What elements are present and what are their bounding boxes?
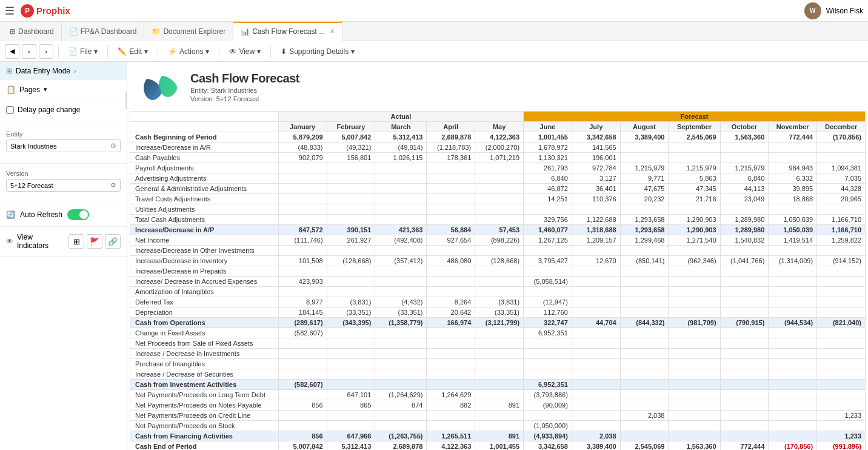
tab-document-explorer[interactable]: 📁 Document Explorer [144,22,233,41]
version-input[interactable]: 5+12 Forecast ⚙ [6,179,121,192]
nav-next-button[interactable]: › [39,44,53,59]
flag-indicator-icon[interactable]: 🚩 [87,234,102,249]
table-row: General & Administrative Adjustments46,8… [130,184,866,194]
cell-value: 486,080 [427,256,475,266]
tab-cashflow[interactable]: 📊 Cash Flow Forecast ... ✕ [233,22,342,41]
cell-value [475,369,524,380]
cell-value: 6,332 [769,173,817,184]
row-label: Net Payments/Proceeds on Long Term Debt [130,390,279,400]
cell-value: 3,127 [572,173,620,184]
menu-button[interactable]: ☰ [5,4,15,18]
nav-back-button[interactable]: ◀ [5,44,19,59]
cell-value [427,359,475,369]
cell-value [817,204,866,215]
table-row: Travel Costs Adjustments14,251110,37620,… [130,194,866,204]
cell-value [375,359,427,369]
delay-checkbox[interactable] [6,106,14,114]
cell-value: (12,947) [524,297,572,307]
entity-gear-icon[interactable]: ⚙ [110,142,116,150]
file-button[interactable]: 📄 File ▾ [64,45,102,58]
link-indicator-icon[interactable]: 🔗 [105,234,121,249]
cell-value [375,338,427,349]
tab-dashboard[interactable]: ⊞ Dashboard [2,22,62,41]
actual-header: Actual [278,112,523,122]
cell-value: 39,895 [769,184,817,194]
tab-close-button[interactable]: ✕ [330,28,335,35]
cell-value [524,204,572,215]
auto-refresh-icon: 🔄 [6,210,15,219]
edit-icon: ✏️ [118,47,127,56]
cell-value: (33,351) [475,307,524,318]
table-row: Increase/Decrease in Inventory101,508(12… [130,256,866,266]
cell-value: 1,071,219 [475,153,524,163]
cell-value [720,287,769,297]
cell-value [278,184,327,194]
cell-value [817,349,866,359]
cell-value [327,369,375,380]
nav-prev-button[interactable]: ‹ [22,44,36,59]
cell-value [720,369,769,380]
cell-value [475,390,524,400]
cell-value: 1,563,360 [720,132,769,143]
table-row: Increase/Decrease in A/R(48,833)(49,321)… [130,143,866,153]
cell-value: 1,299,468 [620,235,669,246]
cell-value [327,215,375,225]
cell-value: 23,049 [720,194,769,204]
auto-refresh-toggle[interactable] [67,209,89,220]
tab-fpa-dashboard[interactable]: 📄 FP&A Dashboard [62,22,145,41]
cell-value [278,421,327,431]
cell-value: 322,747 [524,318,572,328]
cell-value [769,431,817,442]
cell-value [620,390,669,400]
entity-input[interactable]: Stark Industries ⚙ [6,139,121,152]
actions-label: Actions [179,47,203,56]
cell-value: (33,351) [327,307,375,318]
row-label: Travel Costs Adjustments [130,194,279,204]
cell-value [327,287,375,297]
cell-value: (170,856) [817,132,866,143]
cell-value: 856 [278,431,327,442]
edit-label: Edit [129,47,142,56]
grid-indicator-icon[interactable]: ⊞ [68,234,84,249]
entity-meta-value: Stark Industries [211,87,257,94]
cell-value [720,307,769,318]
table-row: Net Payments/Proceeds on Notes Payable85… [130,400,866,411]
cell-value [327,184,375,194]
row-label: Increase/Decrease in Prepaids [130,266,279,277]
data-entry-mode-section[interactable]: ⊞ Data Entry Mode › [0,62,127,80]
cell-value [327,163,375,173]
table-row: Net Payments/Proceeds on Credit Line2,03… [130,411,866,421]
cell-value [669,143,720,153]
row-label: Increase/Decrease in Inventory [130,256,279,266]
month-mar: March [375,122,427,132]
cell-value [572,369,620,380]
month-feb: February [327,122,375,132]
supporting-details-button[interactable]: ⬇ Supporting Details ▾ [276,45,359,58]
row-label: Payroll Adjustments [130,163,279,173]
cell-value: 927,654 [427,235,475,246]
cell-value [669,266,720,277]
row-label: Depreciation [130,307,279,318]
cell-value: 6,952,351 [524,328,572,338]
cell-value: (898,226) [475,235,524,246]
version-gear-icon[interactable]: ⚙ [110,181,116,189]
dashboard-icon: ⊞ [10,27,16,36]
table-row: Increase / Decrease in Investments [130,349,866,359]
cell-value [620,143,669,153]
cell-value [572,400,620,411]
cell-value: 1,122,688 [572,215,620,225]
actions-button[interactable]: ⚡ Actions ▾ [163,45,214,58]
cell-value [278,266,327,277]
tab-dashboard-label: Dashboard [18,27,54,36]
cell-value [475,194,524,204]
pages-label: Pages [19,86,40,94]
pages-section[interactable]: 📋 Pages ▾ [0,80,127,99]
edit-button[interactable]: ✏️ Edit ▾ [113,45,153,58]
cell-value [375,173,427,184]
cell-value: (5,058,514) [524,277,572,287]
cell-value: (1,218,783) [427,143,475,153]
view-button[interactable]: 👁 View ▾ [224,45,265,58]
month-nov: November [769,122,817,132]
cell-value [720,328,769,338]
cell-value [427,287,475,297]
